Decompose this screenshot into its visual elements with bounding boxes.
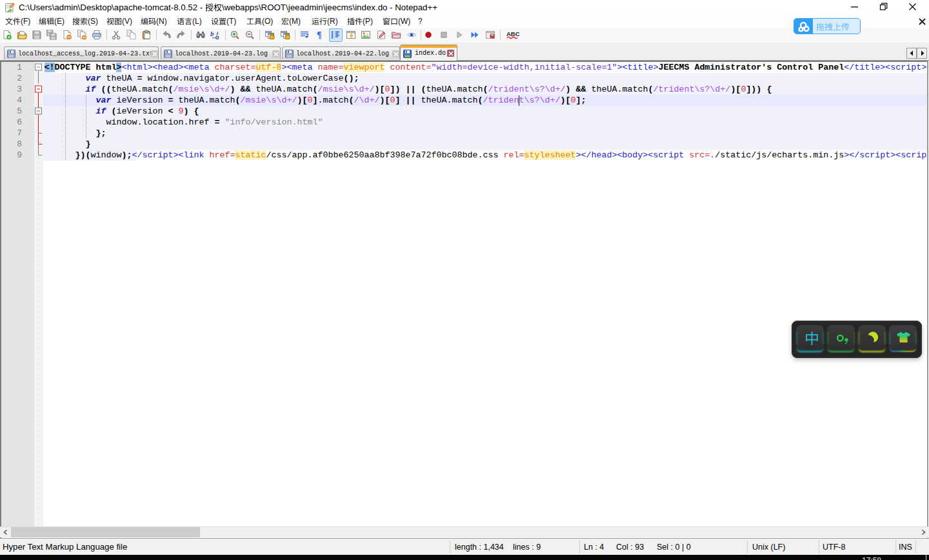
- svg-text:b: b: [210, 30, 214, 37]
- svg-text:¶: ¶: [317, 30, 322, 40]
- svg-text:ABC: ABC: [506, 30, 519, 37]
